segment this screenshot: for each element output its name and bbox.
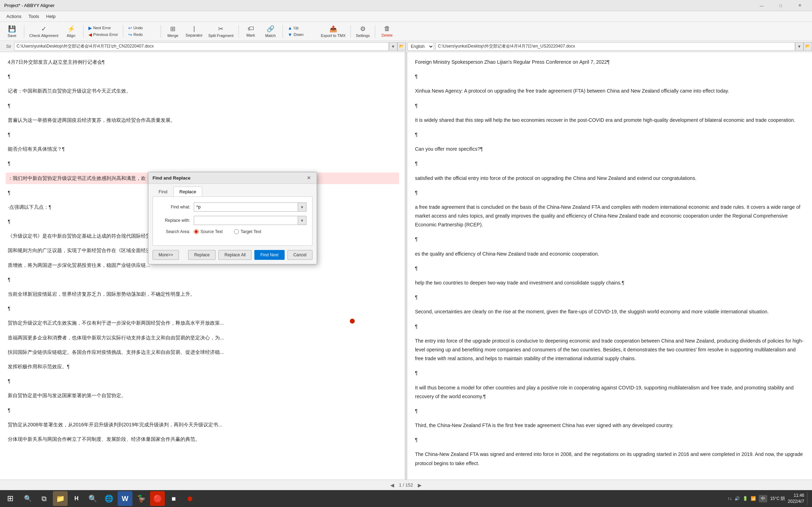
next-error-button[interactable]: ▶ Next Error	[86, 25, 120, 31]
taskbar-battery: 🔋	[743, 496, 748, 501]
down-button[interactable]: ▼ Down	[286, 31, 317, 38]
window-controls: — □ ✕	[754, 0, 808, 11]
taskbar-word[interactable]: W	[118, 491, 132, 506]
menu-actions[interactable]: Actions	[3, 12, 25, 20]
redo-button[interactable]: ↪ Redo	[126, 31, 158, 38]
target-browse-button[interactable]: ▼	[795, 42, 804, 51]
tab-replace[interactable]: Replace	[173, 187, 202, 196]
search-area-label: Search Area:	[159, 229, 190, 234]
cursor-indicator	[350, 319, 355, 324]
split-icon: ✂	[218, 25, 223, 33]
replace-all-button[interactable]: Replace All	[218, 250, 252, 260]
taskbar-show-desktop[interactable]	[807, 492, 809, 505]
source-text-label: Source Text	[200, 229, 223, 234]
taskbar-ime[interactable]: 中	[759, 495, 767, 502]
dialog-close-button[interactable]: ✕	[305, 174, 312, 181]
undo-redo-pair: ↩ Undo ↪ Redo	[126, 25, 158, 38]
source-text-radio-label[interactable]: Source Text	[194, 229, 225, 234]
up-button[interactable]: ▲ Up	[286, 25, 317, 31]
minimize-button[interactable]: —	[754, 0, 770, 11]
delete-icon: 🗑	[384, 25, 390, 32]
match-button[interactable]: 🔗 Match	[261, 23, 280, 40]
taskbar-task-view[interactable]: ⧉	[37, 491, 51, 506]
taskbar-black[interactable]: ■	[166, 491, 181, 506]
target-text-radio[interactable]	[234, 229, 239, 234]
target-open-button[interactable]: 📂	[804, 42, 812, 51]
redo-icon: ↪	[128, 32, 132, 37]
find-next-button[interactable]: Find Next	[254, 250, 284, 260]
source-browse-button[interactable]: ▼	[389, 42, 397, 51]
undo-button[interactable]: ↩ Undo	[126, 25, 158, 31]
maximize-button[interactable]: □	[773, 0, 789, 11]
dialog-tabs: Find Replace	[148, 184, 317, 196]
dialog-titlebar: Find and Replace ✕	[148, 172, 317, 184]
taskbar-red1[interactable]: 🔴	[150, 491, 165, 506]
toolbar-separator-5	[238, 25, 239, 38]
replace-with-input[interactable]	[194, 216, 298, 225]
cancel-button[interactable]: Cancel	[287, 250, 312, 260]
toolbar-separator-4	[161, 25, 161, 38]
taskbar-temperature: 15°C 阴	[770, 496, 785, 502]
taskbar-search2[interactable]: 🔍	[85, 491, 100, 506]
source-path-input[interactable]	[14, 42, 389, 51]
separator-button[interactable]: | Separator	[184, 23, 205, 40]
prev-error-icon: ◀	[88, 32, 92, 37]
dialog-body: Find what: ▼ Replace with: ▼	[153, 196, 312, 246]
title-bar: Project* - ABBYY Aligner — □ ✕	[0, 0, 812, 11]
source-text-radio[interactable]	[194, 229, 199, 234]
replace-with-dropdown[interactable]: ▼	[298, 216, 306, 225]
export-tmx-button[interactable]: 📤 Export to TMX	[319, 23, 348, 40]
find-what-dropdown[interactable]: ▼	[298, 202, 306, 212]
undo-icon: ↩	[128, 25, 132, 31]
source-open-button[interactable]: 📂	[397, 42, 406, 51]
taskbar-red2[interactable]: ⏺	[182, 491, 197, 506]
replace-with-field: Replace with: ▼	[159, 216, 306, 225]
check-alignment-button[interactable]: ✓ Check Alignment	[27, 23, 61, 40]
search-area-row: Search Area: Source Text Target Text	[159, 229, 306, 234]
main-content: 4月7日外交部发言人赵立坚主持例行记者会¶ ¶ 记者：中国和新西兰自贸协定升级议…	[0, 52, 812, 490]
toolbar-separator-3	[123, 25, 123, 38]
dialog-title: Find and Replace	[153, 175, 191, 181]
taskbar-datetime: 11:46 2022/4/7	[788, 493, 804, 505]
delete-button[interactable]: 🗑 Delete	[378, 23, 396, 40]
taskbar-hero[interactable]: H	[69, 491, 84, 506]
previous-error-button[interactable]: ◀ Previous Error	[86, 31, 120, 38]
find-replace-dialog: Find and Replace ✕ Find Replace Find wha…	[148, 172, 317, 264]
taskbar-network: ↑↓	[727, 496, 732, 501]
mark-button[interactable]: 🏷 Mark	[242, 23, 260, 40]
replace-button[interactable]: Replace	[188, 250, 216, 260]
merge-button[interactable]: ⊞ Merge	[164, 23, 182, 40]
target-lang-select[interactable]: English Chinese	[408, 42, 434, 51]
check-alignment-icon: ✓	[41, 25, 47, 33]
close-button[interactable]: ✕	[792, 0, 808, 11]
down-icon: ▼	[288, 32, 292, 37]
match-icon: 🔗	[267, 25, 274, 33]
path-bar: Sir ▼ 📂 English Chinese ▼ 📂	[0, 41, 812, 52]
taskbar-browser[interactable]: 🌐	[101, 491, 116, 506]
taskbar-volume: 🔊	[734, 496, 740, 501]
save-icon: 💾	[8, 25, 16, 33]
split-fragment-button[interactable]: ✂ Split Fragment	[206, 23, 236, 40]
align-button[interactable]: ⚡ Align	[62, 23, 80, 40]
save-button[interactable]: 💾 Save	[3, 23, 21, 40]
settings-button[interactable]: ⚙ Settings	[354, 23, 372, 40]
menu-tools[interactable]: Tools	[25, 12, 43, 20]
error-nav-pair: ▶ Next Error ◀ Previous Error	[86, 25, 120, 38]
dialog-footer: More>> Replace Replace All Find Next Can…	[148, 246, 317, 264]
toolbar: 💾 Save ✓ Check Alignment ⚡ Align ▶ Next …	[0, 22, 812, 41]
source-label: Sir	[0, 44, 14, 49]
taskbar-search[interactable]: 🔍	[20, 491, 35, 506]
taskbar-file-manager[interactable]: 📁	[53, 491, 68, 506]
toolbar-separator-6	[283, 25, 283, 38]
taskbar-start-button[interactable]: ⊞	[3, 491, 18, 506]
more-button[interactable]: More>>	[153, 250, 179, 260]
taskbar-duck[interactable]: 🦆	[134, 491, 149, 506]
find-what-input[interactable]	[194, 202, 298, 212]
toolbar-separator-8	[375, 25, 375, 38]
menu-help[interactable]: Help	[43, 12, 59, 20]
target-path-input[interactable]	[435, 42, 795, 51]
target-text-radio-label[interactable]: Target Text	[234, 229, 266, 234]
export-icon: 📤	[329, 25, 337, 33]
up-icon: ▲	[288, 25, 292, 31]
tab-find[interactable]: Find	[153, 187, 173, 196]
